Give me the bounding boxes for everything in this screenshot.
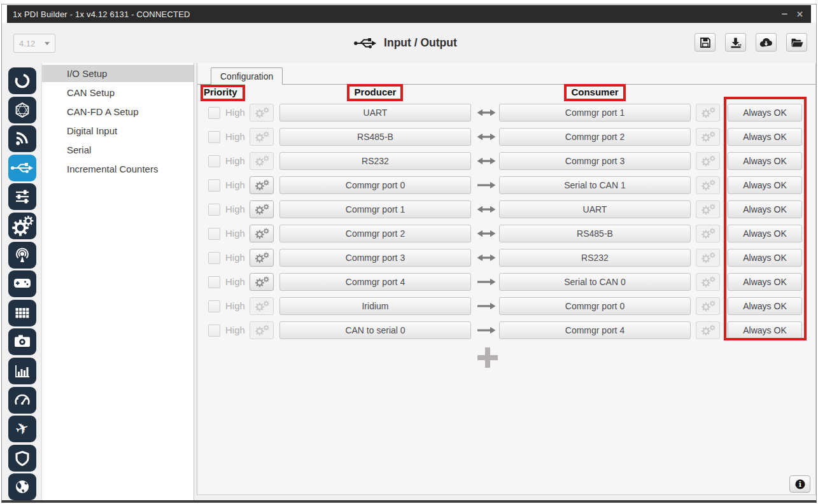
priority-checkbox[interactable] (208, 204, 220, 216)
producer-button[interactable]: RS232 (279, 152, 471, 170)
consumer-button[interactable]: Commgr port 2 (499, 128, 691, 146)
priority-checkbox[interactable] (208, 276, 220, 288)
status-button[interactable]: Always OK (728, 225, 802, 242)
producer-button[interactable]: CAN to serial 0 (279, 321, 471, 339)
export-to-device-button[interactable] (725, 33, 746, 52)
rail-item-telemetry-chart[interactable] (8, 358, 36, 384)
consumer-settings-button[interactable] (696, 297, 720, 315)
consumer-button[interactable]: Commgr port 0 (499, 297, 691, 315)
producer-button[interactable]: Commgr port 2 (279, 225, 471, 242)
direction-arrow-icon (474, 273, 499, 291)
producer-settings-button[interactable] (250, 249, 274, 267)
add-row-button[interactable] (477, 347, 498, 368)
consumer-button[interactable]: UART (499, 200, 691, 218)
sidebar-item[interactable]: I/O Setup (42, 65, 194, 82)
consumer-settings-button[interactable] (696, 225, 720, 242)
rail-item-power[interactable] (8, 67, 36, 94)
rail-item-camera[interactable] (8, 328, 36, 355)
rail-item-safety[interactable] (8, 445, 36, 472)
camera-icon (8, 328, 36, 355)
status-button[interactable]: Always OK (728, 152, 802, 170)
consumer-settings-button[interactable] (696, 152, 720, 170)
consumer-settings-button[interactable] (696, 104, 720, 122)
close-button[interactable]: ✕ (796, 10, 803, 19)
rail-item-sensors[interactable] (8, 242, 36, 269)
priority-checkbox[interactable] (208, 107, 220, 119)
io-row: High Iridium (197, 297, 815, 315)
consumer-button[interactable]: Commgr port 3 (499, 152, 691, 170)
priority-checkbox[interactable] (208, 300, 220, 312)
producer-button[interactable]: Commgr port 4 (279, 273, 471, 291)
rail-item-platform[interactable] (8, 97, 36, 123)
consumer-button[interactable]: Serial to CAN 0 (499, 273, 691, 291)
sidebar-item[interactable]: CAN-FD A Setup (42, 103, 194, 120)
consumer-settings-button[interactable] (696, 128, 720, 146)
status-button[interactable]: Always OK (728, 104, 802, 122)
priority-checkbox[interactable] (208, 179, 220, 192)
rail-item-stick[interactable] (8, 270, 36, 297)
priority-high-label: High (225, 155, 245, 166)
cloud-download-button[interactable] (756, 33, 777, 52)
sidebar-item[interactable]: Incremental Counters (42, 160, 194, 178)
consumer-button[interactable]: Commgr port 4 (499, 321, 691, 339)
status-button[interactable]: Always OK (728, 200, 802, 218)
consumer-settings-button[interactable] (696, 200, 720, 218)
rail-item-telemetry[interactable] (8, 125, 36, 152)
producer-button[interactable]: Commgr port 3 (279, 249, 471, 267)
producer-settings-button[interactable] (250, 104, 274, 122)
minimize-button[interactable]: – (782, 11, 787, 17)
info-button[interactable]: i (789, 475, 810, 493)
status-button[interactable]: Always OK (728, 273, 802, 291)
producer-button[interactable]: Iridium (279, 297, 471, 315)
priority-checkbox[interactable] (208, 228, 220, 240)
status-button[interactable]: Always OK (728, 297, 802, 315)
consumer-settings-button[interactable] (696, 273, 720, 291)
sidebar-item[interactable]: CAN Setup (42, 84, 194, 101)
sidebar-item[interactable]: Digital Input (42, 122, 194, 139)
consumer-button[interactable]: RS232 (499, 249, 691, 267)
producer-settings-button[interactable] (250, 273, 274, 291)
gears-icon (8, 213, 36, 239)
consumer-settings-button[interactable] (696, 249, 720, 267)
tab-strip-line (197, 84, 815, 85)
rail-item-world[interactable] (8, 473, 36, 500)
consumer-settings-button[interactable] (696, 176, 720, 194)
producer-button[interactable]: RS485-B (279, 128, 471, 146)
rail-item-flight[interactable]: ✈ (8, 416, 36, 442)
producer-settings-button[interactable] (250, 321, 274, 339)
producer-settings-button[interactable] (250, 152, 274, 170)
consumer-settings-button[interactable] (696, 321, 720, 339)
open-folder-icon (790, 36, 803, 49)
priority-checkbox[interactable] (208, 131, 220, 143)
producer-button[interactable]: Commgr port 0 (279, 176, 471, 194)
producer-settings-button[interactable] (250, 176, 274, 194)
consumer-button[interactable]: Commgr port 1 (499, 104, 691, 122)
version-select[interactable]: 4.12 (13, 34, 55, 53)
status-button[interactable]: Always OK (728, 321, 802, 339)
priority-checkbox[interactable] (208, 155, 220, 167)
sidebar-item-label: I/O Setup (67, 68, 107, 79)
rail-item-hil[interactable] (8, 387, 36, 414)
status-button[interactable]: Always OK (728, 176, 802, 194)
direction-arrow-icon (474, 321, 499, 339)
tab-configuration[interactable]: Configuration (211, 67, 283, 85)
producer-settings-button[interactable] (250, 297, 274, 315)
save-button[interactable] (695, 33, 716, 52)
consumer-button[interactable]: RS485-B (499, 225, 691, 242)
status-button[interactable]: Always OK (728, 249, 802, 267)
rail-item-tuning[interactable] (8, 183, 36, 210)
consumer-button[interactable]: Serial to CAN 1 (499, 176, 691, 194)
rail-item-matrix[interactable] (8, 300, 36, 326)
priority-checkbox[interactable] (208, 252, 220, 264)
producer-settings-button[interactable] (250, 225, 274, 242)
producer-button[interactable]: Commgr port 1 (279, 200, 471, 218)
producer-button[interactable]: UART (279, 104, 471, 122)
rail-item-usb[interactable] (8, 155, 36, 181)
open-file-button[interactable] (786, 33, 807, 52)
status-button[interactable]: Always OK (728, 128, 802, 146)
sidebar-item[interactable]: Serial (42, 141, 194, 158)
priority-checkbox[interactable] (208, 325, 220, 337)
producer-settings-button[interactable] (250, 128, 274, 146)
producer-settings-button[interactable] (250, 200, 274, 218)
rail-item-automations[interactable] (8, 213, 36, 239)
